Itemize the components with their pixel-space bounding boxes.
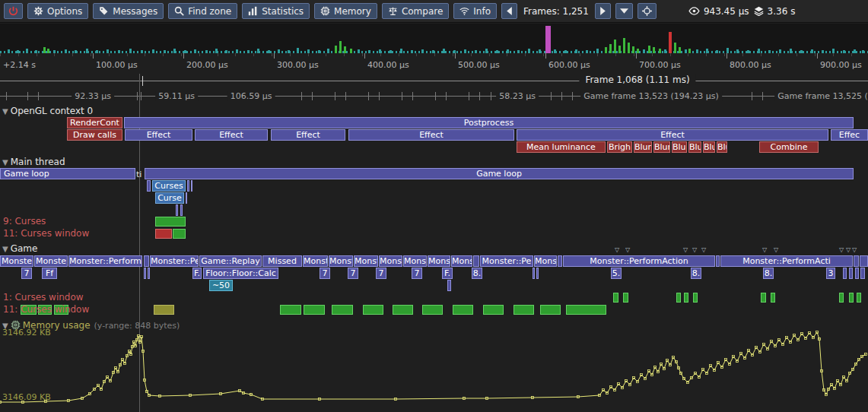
zone[interactable]: 7	[348, 268, 358, 279]
zone[interactable]	[854, 255, 859, 267]
section-header-main-thread[interactable]: ▼Main thread	[2, 157, 65, 167]
zone[interactable]: Monster::PerformAction	[563, 255, 715, 267]
lock-bar[interactable]	[613, 293, 618, 303]
zone[interactable]: Blur	[703, 141, 715, 153]
zone[interactable]	[860, 255, 868, 267]
zone[interactable]	[473, 255, 479, 267]
zone[interactable]: Mons	[451, 255, 472, 267]
next-frame-button[interactable]	[595, 3, 611, 19]
frame-band[interactable]: Frame 1,068 (1.11 ms)	[0, 73, 868, 88]
zone[interactable]: Blur	[653, 141, 670, 153]
zone[interactable]: Postprocess	[124, 117, 854, 128]
zone[interactable]: 8.	[472, 268, 482, 279]
zone[interactable]	[860, 268, 865, 279]
lock-bar[interactable]	[857, 293, 861, 303]
find-zone-button[interactable]: Find zone	[168, 3, 237, 19]
zone[interactable]: Blur	[672, 141, 687, 153]
zone[interactable]: Effect	[348, 129, 514, 141]
zone[interactable]: 7	[21, 268, 32, 279]
zone[interactable]: Floor::Floor::Calc	[203, 268, 278, 279]
zone[interactable]: 7	[320, 268, 330, 279]
message-marker-icon[interactable]: ▽	[625, 247, 630, 253]
zone[interactable]: F.	[192, 268, 202, 279]
zone[interactable]: Ff	[42, 268, 57, 279]
message-marker-icon[interactable]: ▽	[701, 247, 706, 253]
zone[interactable]: Curses	[152, 180, 186, 192]
subframe-band[interactable]: 92.33 μs59.11 μs106.59 μs58.23 μsGame fr…	[0, 89, 868, 103]
zone[interactable]: Combine	[759, 141, 819, 153]
section-header-opengl[interactable]: ▼OpenGL context 0	[2, 106, 93, 116]
zone[interactable]: RenderCont	[67, 117, 122, 128]
lock-bar[interactable]	[332, 305, 353, 315]
zone[interactable]: Mean luminance	[517, 141, 606, 153]
zone[interactable]: Monste	[34, 255, 68, 267]
power-button[interactable]	[4, 3, 23, 19]
zone[interactable]: ~50	[209, 280, 233, 291]
zone[interactable]	[148, 268, 150, 279]
zone[interactable]: Blur	[717, 141, 727, 153]
zone[interactable]: 8.	[691, 268, 701, 279]
zone[interactable]: Draw calls	[67, 129, 122, 141]
zone[interactable]: Missed	[262, 255, 302, 267]
zone[interactable]: Curse	[155, 192, 184, 204]
zone[interactable]: Blur	[634, 141, 652, 153]
lock-bar[interactable]	[483, 305, 504, 315]
message-marker-icon[interactable]: ▽	[762, 247, 767, 253]
zone[interactable]	[180, 204, 183, 216]
lock-bar[interactable]	[849, 293, 854, 303]
statistics-button[interactable]: Statistics	[242, 3, 310, 19]
zone[interactable]: Monste	[0, 255, 33, 267]
zone[interactable]	[447, 280, 451, 291]
section-header-memory[interactable]: ▼Memory usage(y-range: 848 bytes)	[2, 319, 180, 331]
zone[interactable]: 3	[826, 268, 835, 279]
zone[interactable]: 5.	[611, 268, 622, 279]
zone[interactable]	[536, 268, 539, 279]
message-marker-icon[interactable]: ▽	[692, 247, 697, 253]
lock-bar[interactable]	[154, 305, 174, 315]
zone[interactable]: Mons	[534, 255, 557, 267]
zone[interactable]: F.	[442, 268, 453, 279]
frame-overview-histogram[interactable]	[0, 24, 868, 53]
zone[interactable]: Monst	[379, 255, 402, 267]
message-marker-icon[interactable]: ▽	[774, 247, 778, 253]
zone[interactable]	[716, 255, 720, 267]
zone[interactable]	[176, 204, 178, 216]
lock-bar[interactable]	[693, 293, 698, 303]
lock-bar[interactable]	[393, 305, 413, 315]
lock-bar[interactable]	[839, 293, 844, 303]
zone[interactable]	[558, 255, 562, 267]
lock-bar[interactable]	[540, 305, 561, 315]
lock-bar[interactable]	[155, 217, 186, 227]
zone[interactable]: Blur	[688, 141, 701, 153]
message-marker-icon[interactable]: ▽	[683, 247, 688, 253]
message-marker-icon[interactable]: ▽	[846, 247, 851, 253]
zone[interactable]: Game loop	[0, 168, 135, 179]
zone[interactable]: Effect	[271, 129, 345, 141]
zone[interactable]: Monste	[428, 255, 450, 267]
lock-bar[interactable]	[761, 293, 766, 303]
zone[interactable]: Brigh	[607, 141, 632, 153]
zone[interactable]	[144, 255, 149, 267]
zone[interactable]: Monster::Pe	[480, 255, 533, 267]
zone[interactable]: Game loop	[145, 168, 854, 179]
lock-bar[interactable]	[771, 293, 775, 303]
zone[interactable]: Monster::Pe	[150, 255, 199, 267]
zone[interactable]: Effect	[125, 129, 192, 141]
zone[interactable]: 7	[376, 268, 386, 279]
zone[interactable]: Monst	[329, 255, 353, 267]
message-marker-icon[interactable]: ▽	[839, 247, 844, 253]
info-button[interactable]: Info	[453, 3, 497, 19]
memory-button[interactable]: Memory	[314, 3, 377, 19]
lock-bar[interactable]	[676, 293, 681, 303]
zone[interactable]	[191, 180, 192, 192]
zone[interactable]: Effect	[517, 129, 828, 141]
zone[interactable]	[843, 268, 847, 279]
lock-bar[interactable]	[173, 229, 186, 239]
zone[interactable]	[186, 192, 187, 204]
lock-bar[interactable]	[363, 305, 383, 315]
lock-bar[interactable]	[513, 305, 534, 315]
lock-bar[interactable]	[623, 293, 628, 303]
lock-bar[interactable]	[422, 305, 443, 315]
zone[interactable]: Monsti	[354, 255, 378, 267]
lock-bar[interactable]	[453, 305, 473, 315]
